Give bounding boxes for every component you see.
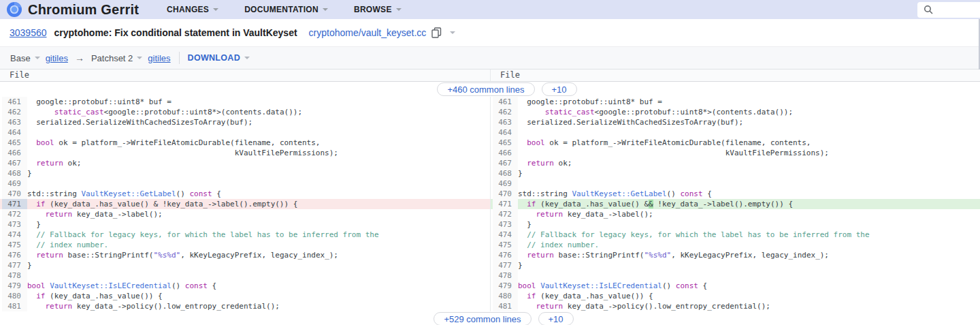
line-number[interactable]: 466 [2, 148, 27, 158]
line-number[interactable]: 476 [2, 250, 27, 260]
line-number[interactable]: 481 [2, 301, 27, 311]
code-line-content[interactable]: // Fallback for legacy keys, for which t… [27, 230, 490, 240]
line-number[interactable]: 462 [493, 107, 518, 117]
diff-line-right-478[interactable]: 478 [491, 270, 980, 281]
diff-line-left-474[interactable]: 474 // Fallback for legacy keys, for whi… [0, 230, 490, 240]
diff-line-left-480[interactable]: 480 if (key_data_.has_value()) { [0, 291, 490, 301]
diff-line-left-467[interactable]: 467 return ok; [0, 158, 490, 168]
code-line-content[interactable]: return base::StringPrintf("%s%d", kKeyLe… [518, 250, 980, 260]
line-number[interactable]: 464 [2, 127, 27, 138]
code-line-content[interactable] [27, 179, 490, 189]
gitiles-link-base[interactable]: gitiles [46, 53, 68, 63]
line-number[interactable]: 480 [493, 291, 518, 301]
code-line-content[interactable]: return ok; [27, 158, 490, 168]
code-line-content[interactable]: kVaultFilePermissions); [27, 148, 490, 158]
expand-ten-top-button[interactable]: +10 [542, 82, 577, 96]
line-number[interactable]: 468 [493, 168, 518, 179]
diff-line-right-462[interactable]: 462 static_cast<google::protobuf::uint8*… [491, 107, 980, 117]
line-number[interactable]: 475 [493, 240, 518, 250]
diff-line-left-464[interactable]: 464 [0, 127, 490, 138]
line-number[interactable]: 476 [493, 250, 518, 260]
diff-line-left-472[interactable]: 472 return key_data_->label(); [0, 209, 490, 219]
diff-line-left-463[interactable]: 463 serialized.SerializeWithCachedSizesT… [0, 117, 490, 127]
diff-line-left-481[interactable]: 481 return key_data_->policy().low_entro… [0, 301, 490, 311]
diff-line-right-468[interactable]: 468} [491, 168, 980, 179]
code-line-content[interactable]: } [518, 219, 980, 230]
code-line-content[interactable]: // index number. [518, 240, 980, 250]
line-number[interactable]: 477 [493, 260, 518, 270]
line-number[interactable]: 467 [493, 158, 518, 168]
copy-button[interactable] [431, 27, 442, 38]
line-number[interactable]: 470 [493, 189, 518, 199]
diff-line-right-471[interactable]: 471 if (key_data_.has_value() && !key_da… [491, 199, 980, 209]
expand-ten-bottom-button[interactable]: +10 [538, 312, 574, 325]
line-number[interactable]: 473 [493, 219, 518, 230]
search-box[interactable] [917, 2, 980, 18]
code-line-content[interactable]: bool ok = platform_->WriteFileAtomicDura… [518, 138, 980, 148]
diff-line-left-468[interactable]: 468} [0, 168, 490, 179]
code-line-content[interactable] [518, 270, 980, 281]
line-number[interactable]: 471 [493, 199, 518, 209]
diff-line-left-465[interactable]: 465 bool ok = platform_->WriteFileAtomic… [0, 138, 490, 148]
diff-line-left-477[interactable]: 477} [0, 260, 490, 270]
diff-line-right-481[interactable]: 481 return key_data_->policy().low_entro… [491, 301, 980, 311]
line-number[interactable]: 461 [493, 97, 518, 107]
code-line-content[interactable]: if (key_data_.has_value()) { [518, 291, 980, 301]
line-number[interactable]: 479 [2, 281, 27, 291]
code-line-content[interactable]: static_cast<google::protobuf::uint8*>(co… [27, 107, 490, 117]
code-line-content[interactable]: if (key_data_.has_value()) { [27, 291, 490, 301]
line-number[interactable]: 463 [493, 117, 518, 127]
diff-line-right-472[interactable]: 472 return key_data_->label(); [491, 209, 980, 219]
diff-line-right-466[interactable]: 466 kVaultFilePermissions); [491, 148, 980, 158]
code-line-content[interactable]: } [518, 168, 980, 179]
code-line-content[interactable]: serialized.SerializeWithCachedSizesToArr… [27, 117, 490, 127]
line-number[interactable]: 473 [2, 219, 27, 230]
diff-line-left-462[interactable]: 462 static_cast<google::protobuf::uint8*… [0, 107, 490, 117]
code-line-content[interactable]: // index number. [27, 240, 490, 250]
diff-line-left-461[interactable]: 461 google::protobuf::uint8* buf = [0, 97, 490, 107]
code-line-content[interactable]: if (key_data_.has_value() & !key_data_->… [27, 199, 490, 209]
line-number[interactable]: 461 [2, 97, 27, 107]
diff-line-right-476[interactable]: 476 return base::StringPrintf("%s%d", kK… [491, 250, 980, 260]
code-line-content[interactable]: google::protobuf::uint8* buf = [518, 97, 980, 107]
diff-line-left-475[interactable]: 475 // index number. [0, 240, 490, 250]
code-line-content[interactable]: } [27, 168, 490, 179]
diff-line-left-473[interactable]: 473 } [0, 219, 490, 230]
expand-common-bottom-button[interactable]: +529 common lines [434, 312, 531, 325]
code-line-content[interactable]: kVaultFilePermissions); [518, 148, 980, 158]
line-number[interactable]: 467 [2, 158, 27, 168]
code-line-content[interactable]: std::string VaultKeyset::GetLabel() cons… [518, 189, 980, 199]
diff-line-left-471[interactable]: 471 if (key_data_.has_value() & !key_dat… [0, 199, 490, 209]
code-line-content[interactable]: if (key_data_.has_value() && !key_data_-… [518, 199, 980, 209]
line-number[interactable]: 463 [2, 117, 27, 127]
nav-item-documentation[interactable]: DOCUMENTATION [244, 5, 328, 14]
diff-line-right-475[interactable]: 475 // index number. [491, 240, 980, 250]
diff-line-right-461[interactable]: 461 google::protobuf::uint8* buf = [491, 97, 980, 107]
code-line-content[interactable]: static_cast<google::protobuf::uint8*>(co… [518, 107, 980, 117]
line-number[interactable]: 465 [493, 138, 518, 148]
code-line-content[interactable] [518, 179, 980, 189]
diff-line-left-470[interactable]: 470std::string VaultKeyset::GetLabel() c… [0, 189, 490, 199]
nav-item-browse[interactable]: BROWSE [354, 5, 402, 14]
line-number[interactable]: 472 [2, 209, 27, 219]
line-number[interactable]: 469 [2, 179, 27, 189]
diff-line-right-470[interactable]: 470std::string VaultKeyset::GetLabel() c… [491, 189, 980, 199]
code-line-content[interactable] [518, 127, 980, 138]
diff-line-right-467[interactable]: 467 return ok; [491, 158, 980, 168]
code-line-content[interactable]: } [27, 219, 490, 230]
line-number[interactable]: 466 [493, 148, 518, 158]
code-line-content[interactable]: return key_data_->policy().low_entropy_c… [518, 301, 980, 311]
line-number[interactable]: 469 [493, 179, 518, 189]
code-line-content[interactable]: bool VaultKeyset::IsLECredential() const… [518, 281, 980, 291]
code-line-content[interactable] [27, 270, 490, 281]
line-number[interactable]: 471 [2, 199, 27, 209]
diff-line-left-479[interactable]: 479bool VaultKeyset::IsLECredential() co… [0, 281, 490, 291]
diff-line-left-466[interactable]: 466 kVaultFilePermissions); [0, 148, 490, 158]
line-number[interactable]: 478 [2, 270, 27, 281]
code-line-content[interactable]: return base::StringPrintf("%s%d", kKeyLe… [27, 250, 490, 260]
base-selector[interactable]: Base [10, 53, 40, 63]
code-line-content[interactable]: google::protobuf::uint8* buf = [27, 97, 490, 107]
code-line-content[interactable]: return ok; [518, 158, 980, 168]
line-number[interactable]: 462 [2, 107, 27, 117]
code-line-content[interactable]: } [27, 260, 490, 270]
